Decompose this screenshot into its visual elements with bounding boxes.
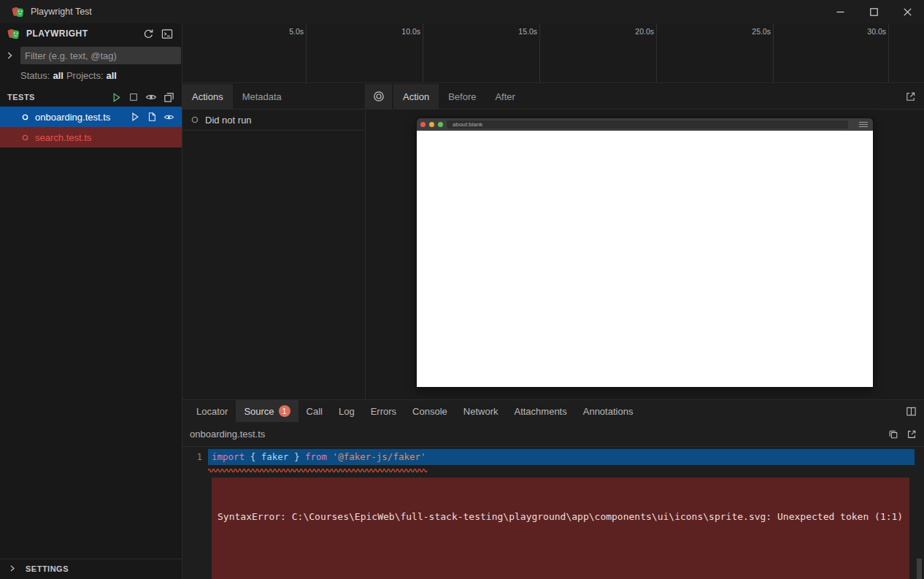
chevron-right-icon[interactable]	[4, 50, 15, 61]
status-label: Status:	[20, 70, 50, 81]
tab-label: After	[495, 91, 515, 102]
projects-label: Projects:	[66, 70, 104, 81]
watch-all-icon[interactable]	[145, 91, 157, 103]
split-view-icon[interactable]	[906, 406, 917, 417]
source-line-1: 1 import { faker } from '@faker-js/faker…	[182, 449, 924, 465]
snapshot-tab-bar: Action Before After	[366, 84, 924, 110]
watch-test-icon[interactable]	[163, 112, 174, 123]
open-external-icon[interactable]	[906, 429, 917, 440]
timeline-tick-label: 5.0s	[260, 27, 304, 36]
minimize-button[interactable]	[823, 0, 857, 23]
window-title: Playwright Test	[31, 7, 92, 17]
timeline-gridline	[773, 23, 774, 83]
tab-attachments[interactable]: Attachments	[506, 400, 574, 422]
tests-section-header: TESTS	[0, 88, 182, 107]
copy-icon[interactable]	[888, 429, 898, 440]
tab-annotations[interactable]: Annotations	[575, 400, 642, 422]
tab-call[interactable]: Call	[299, 400, 331, 422]
close-icon	[904, 8, 912, 16]
did-not-run-label: Did not run	[205, 115, 252, 126]
titlebar: Playwright Test	[0, 0, 924, 23]
tab-source[interactable]: Source 1	[236, 400, 298, 422]
open-source-icon[interactable]	[147, 112, 157, 122]
test-item-label: onboarding.test.ts	[35, 112, 110, 123]
maximize-button[interactable]	[857, 0, 890, 23]
open-external-icon[interactable]	[905, 91, 916, 102]
test-status-circle-icon	[22, 134, 28, 141]
tab-log[interactable]: Log	[331, 400, 363, 422]
timeline-tick-label: 20.0s	[610, 27, 654, 36]
tab-network[interactable]: Network	[455, 400, 507, 422]
traffic-light-red-icon	[420, 122, 426, 127]
snapshot-panel: Action Before After about:blank	[366, 84, 924, 399]
tests-title: TESTS	[7, 93, 35, 101]
sidebar: PLAYWRIGHT Status:all Projects:all TESTS	[0, 23, 182, 579]
run-all-icon[interactable]	[111, 92, 122, 103]
collapse-all-icon[interactable]	[163, 92, 174, 103]
tab-label: Locator	[196, 406, 228, 417]
tab-after[interactable]: After	[485, 84, 524, 109]
source-file-bar: onboarding.test.ts	[182, 422, 924, 447]
error-count-badge: 1	[279, 405, 290, 417]
minimize-icon	[836, 8, 844, 16]
source-file-name: onboarding.test.ts	[190, 429, 265, 440]
tab-metadata[interactable]: Metadata	[233, 84, 291, 109]
settings-title: SETTINGS	[26, 564, 69, 573]
pick-locator-button[interactable]	[366, 84, 392, 109]
settings-section-header[interactable]: SETTINGS	[0, 559, 182, 578]
details-panel: Locator Source 1 Call Log Errors Console…	[182, 399, 924, 579]
tab-locator[interactable]: Locator	[188, 400, 236, 422]
did-not-run-row: Did not run	[182, 110, 365, 131]
tab-label: Network	[463, 406, 498, 417]
timeline-tick-label: 15.0s	[493, 27, 537, 36]
tab-label: Actions	[192, 91, 223, 102]
traffic-light-yellow-icon	[429, 122, 434, 127]
tab-label: Annotations	[583, 406, 634, 417]
projects-value[interactable]: all	[107, 70, 117, 81]
actions-panel: Actions Metadata Did not run	[182, 84, 366, 399]
stop-icon[interactable]	[128, 92, 139, 102]
sidebar-header: PLAYWRIGHT	[0, 23, 182, 44]
address-bar: about:blank	[447, 120, 848, 129]
vertical-scrollbar-thumb[interactable]	[917, 559, 922, 579]
tab-actions[interactable]: Actions	[182, 84, 233, 109]
tab-label: Console	[412, 406, 447, 417]
status-value[interactable]: all	[53, 70, 63, 81]
tab-errors[interactable]: Errors	[363, 400, 404, 422]
chevron-right-icon	[7, 564, 17, 573]
tab-label: Source	[244, 406, 274, 417]
tab-before[interactable]: Before	[439, 84, 485, 109]
close-button[interactable]	[890, 0, 924, 23]
source-code-view[interactable]: 1 import { faker } from '@faker-js/faker…	[182, 449, 924, 579]
error-squiggle	[208, 467, 429, 472]
tab-label: Errors	[371, 406, 396, 417]
timeline-gridline	[306, 23, 307, 83]
filter-input[interactable]	[20, 47, 181, 64]
tab-label: Attachments	[514, 406, 566, 417]
tab-label: Log	[339, 406, 355, 417]
terminal-icon[interactable]	[161, 28, 173, 39]
tab-console[interactable]: Console	[404, 400, 455, 422]
tab-action[interactable]: Action	[393, 84, 439, 109]
timeline-gridline	[423, 23, 423, 83]
line-number: 1	[182, 449, 208, 465]
status-row: Status:all Projects:all	[0, 67, 182, 83]
tab-label: Before	[448, 91, 476, 102]
test-item-search[interactable]: search.test.ts	[0, 127, 182, 147]
test-item-label: search.test.ts	[35, 132, 91, 143]
browser-snapshot-window: about:blank	[417, 118, 873, 387]
maximize-icon	[870, 8, 878, 16]
snapshot-page[interactable]	[417, 131, 873, 387]
timeline[interactable]: 5.0s 10.0s 15.0s 20.0s 25.0s 30.0s	[182, 23, 924, 83]
window-controls	[823, 0, 924, 23]
actions-tab-bar: Actions Metadata	[182, 84, 365, 110]
run-test-icon[interactable]	[130, 112, 140, 122]
tab-label: Metadata	[242, 91, 282, 102]
tab-label: Action	[403, 91, 429, 102]
timeline-gridline	[656, 23, 657, 83]
test-item-onboarding[interactable]: onboarding.test.ts	[0, 107, 182, 127]
tab-label: Call	[307, 406, 323, 417]
timeline-tick-label: 30.0s	[842, 27, 886, 36]
test-status-circle-icon	[22, 114, 28, 120]
reload-icon[interactable]	[143, 28, 154, 39]
